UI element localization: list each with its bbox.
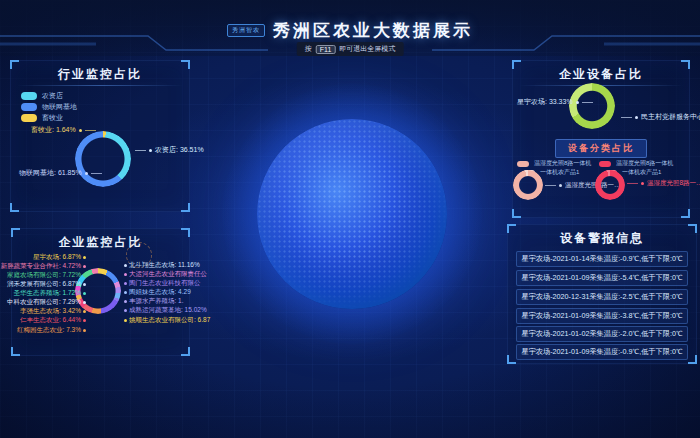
label-text: 仁丰生态农业: 6.44%: [20, 316, 81, 325]
label-dot: [83, 301, 86, 304]
enterprise-label: 丰源水产养殖场: 1.: [124, 297, 184, 306]
panel-corner: [681, 209, 690, 218]
legend-label: 物联网基地: [42, 102, 77, 112]
legend-item-husbandry[interactable]: 畜牧业: [21, 113, 63, 123]
panel-device-alerts: 设备警报信息 星宇农场-2021-01-14采集温度:-0.9℃,低于下限:0℃…: [507, 224, 697, 364]
legend-label: 畜牧业: [42, 113, 63, 123]
label-dot: [124, 282, 127, 285]
device-class-donut-right[interactable]: [595, 170, 625, 200]
label-text: 大运河生态农业有限责任公: [129, 270, 207, 279]
label-dot: [83, 310, 86, 313]
alert-row: 星宇农场-2020-12-31采集温度:-2.5℃,低于下限:0℃: [516, 289, 688, 305]
enterprise-label: 大运河生态农业有限责任公: [124, 270, 207, 279]
alerts-panel-title: 设备警报信息: [508, 230, 696, 247]
callout-dot: [79, 129, 82, 132]
legend-label: 农资店: [42, 91, 63, 101]
callout-line: [627, 183, 638, 184]
label-dot: [124, 300, 127, 303]
label-dot: [83, 319, 86, 322]
label-dot: [83, 256, 86, 259]
callout-text: 温湿度光照8路一…: [647, 179, 700, 188]
alert-row: 星宇农场-2021-01-14采集温度:-0.9℃,低于下限:0℃: [516, 251, 688, 267]
label-text: 陶姐妹生态农场: 4.29: [129, 288, 191, 297]
alert-row: 星宇农场-2021-01-09采集温度:-5.4℃,低于下限:0℃: [516, 270, 688, 286]
enterprise-label: 家庭农场有限公司: 7.72%: [14, 271, 86, 280]
enterprise-label: 姚顺生态农业有限公司: 6.87: [124, 316, 210, 325]
enterprise-label: 北斗翔生态农场: 11.16%: [124, 261, 200, 270]
industry-callout-iot-base: 物联网基地: 61.85%: [19, 168, 102, 178]
label-text: 红梅园生态农业: 7.3%: [17, 326, 81, 335]
label-dot: [83, 265, 86, 268]
enterprise-label: 陶姐妹生态农场: 4.29: [124, 288, 191, 297]
label-dot: [83, 292, 86, 295]
label-text: 陶门生态农业科技有限公: [129, 279, 201, 288]
alert-row: 星宇农场-2021-01-09采集温度:-0.9℃,低于下限:0℃: [516, 344, 688, 360]
alert-row: 星宇农场-2021-01-09采集温度:-3.8℃,低于下限:0℃: [516, 308, 688, 324]
callout-dot: [85, 172, 88, 175]
device-class-donut-left[interactable]: [513, 170, 543, 200]
enterprise-label: 星宇农场: 6.87%: [14, 253, 86, 262]
callout-text: 民主村党群服务中心: [641, 112, 700, 122]
label-text: 星宇农场: 6.87%: [33, 253, 81, 262]
device-callout-right: 温湿度光照8路一…: [627, 179, 700, 188]
f11-keycap: F11: [316, 45, 336, 54]
legend-label: 温湿度光照8路一体机: [616, 159, 673, 168]
label-dot: [124, 264, 127, 267]
fullscreen-hint: 按 F11 即可退出全屏模式: [297, 42, 404, 56]
callout-line: [582, 102, 593, 103]
legend-swatch: [21, 92, 37, 100]
label-dot: [83, 274, 86, 277]
legend-item-farm-store[interactable]: 农资店: [21, 91, 63, 101]
globe-visualization[interactable]: [257, 119, 447, 309]
label-dot: [83, 329, 86, 332]
enterprise-panel-title: 企业监控占比: [12, 234, 189, 251]
industry-donut-chart[interactable]: [75, 131, 131, 187]
enterprise-label: 陶门生态农业科技有限公: [124, 279, 201, 288]
legend-swatch: [21, 103, 37, 111]
legend-item-iot-base[interactable]: 物联网基地: [21, 102, 77, 112]
callout-text: 畜牧业: 1.64%: [31, 125, 76, 135]
callout-line: [135, 150, 146, 151]
callout-line: [91, 173, 102, 174]
device-legend-item[interactable]: 温湿度光照8路一体机: [599, 159, 673, 168]
device-class-title: 设备分类占比: [555, 139, 647, 158]
label-dot: [83, 283, 86, 286]
label-text: 圣华生态养殖场: 1.72%: [13, 289, 81, 298]
panel-corner: [11, 347, 20, 356]
callout-line: [545, 185, 556, 186]
equipment-callout-left: 星宇农场: 33.33%: [517, 97, 593, 107]
device-legend-item[interactable]: 温湿度光照8路一体机: [517, 159, 591, 168]
industry-callout-farm-store: 农资店: 36.51%: [135, 145, 204, 155]
equipment-callout-right: 民主村党群服务中心: [621, 112, 700, 122]
equipment-panel-title: 企业设备占比: [513, 66, 689, 83]
label-text: 润禾发展有限公司: 6.87%: [7, 280, 81, 289]
industry-panel-title: 行业监控占比: [11, 66, 189, 83]
label-text: 新塍蔬菜专业合作社: 4.72%: [0, 262, 81, 271]
callout-text: 农资店: 36.51%: [155, 145, 204, 155]
hint-suffix: 即可退出全屏模式: [339, 44, 395, 54]
legend-label: 温湿度光照8路一体机: [534, 159, 591, 168]
label-text: 北斗翔生态农场: 11.16%: [129, 261, 200, 270]
callout-line: [85, 130, 96, 131]
label-text: 成熟运河蔬菜基地: 15.02%: [129, 306, 207, 315]
legend-label: 一体机农产品1: [622, 168, 661, 177]
label-dot: [124, 319, 127, 322]
enterprise-label: 成熟运河蔬菜基地: 15.02%: [124, 306, 207, 315]
callout-dot: [641, 182, 644, 185]
enterprise-label: 圣华生态养殖场: 1.72%: [14, 289, 86, 298]
header-bar: 秀洲智农 秀洲区农业大数据展示 按 F11 即可退出全屏模式: [0, 0, 700, 56]
callout-text: 物联网基地: 61.85%: [19, 168, 82, 178]
label-text: 家庭农场有限公司: 7.72%: [7, 271, 81, 280]
callout-line: [621, 117, 632, 118]
label-dot: [124, 291, 127, 294]
panel-corner: [181, 203, 190, 212]
logo-badge: 秀洲智农: [227, 24, 265, 37]
dashboard-root: 秀洲智农 秀洲区农业大数据展示 按 F11 即可退出全屏模式 行业监控占比 农资…: [0, 0, 700, 438]
globe-dot-map: [257, 119, 447, 309]
legend-swatch: [517, 161, 529, 167]
callout-dot: [559, 184, 562, 187]
callout-dot: [576, 101, 579, 104]
panel-corner: [10, 203, 19, 212]
panel-corner: [181, 347, 190, 356]
hint-prefix: 按: [305, 44, 312, 54]
